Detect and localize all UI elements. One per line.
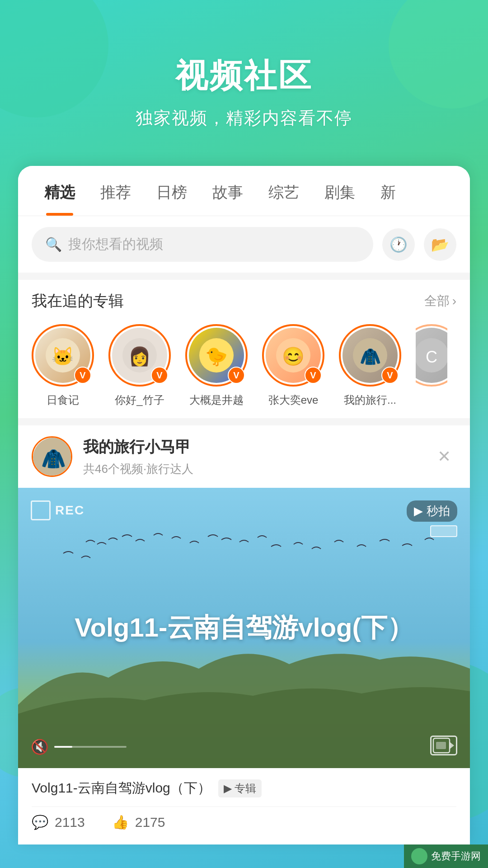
verified-badge-2: V [151,367,168,384]
avatar-ring-3: 🐤 V [185,324,248,387]
history-button[interactable]: 🕐 [382,228,415,261]
rec-border-icon [31,500,51,520]
avatar-name-4: 张大奕eve [268,393,319,407]
svg-text:C: C [426,348,437,366]
video-controls-right [430,736,457,755]
channel-meta: 共46个视频·旅行达人 [83,461,421,477]
tab-new[interactable]: 新 [368,166,408,216]
avatar-ring-4: 😊 V [262,324,324,387]
watermark-logo [411,848,427,864]
comment-icon: 💬 [32,814,48,830]
rec-indicator: REC [31,500,84,520]
svg-text:👩: 👩 [128,345,151,367]
svg-text:🧥: 🧥 [360,346,381,367]
channel-info: 我的旅行小马甲 共46个视频·旅行达人 [83,437,421,477]
avatar-row: 🐱 V 日食记 👩 V [32,324,456,407]
see-all-button[interactable]: 全部 › [424,292,456,310]
svg-text:😊: 😊 [282,345,305,367]
search-icon: 🔍 [45,236,62,252]
avatar-item-3[interactable]: 🐤 V 大概是井越 [185,324,248,407]
verified-badge-1: V [74,367,91,384]
tag-label: 专辑 [235,781,256,796]
channel-name: 我的旅行小马甲 [83,437,421,458]
video-meta-section: Volg11-云南自驾游vlog（下） ▶ 专辑 💬 2113 👍 2175 [18,768,470,844]
video-tag[interactable]: ▶ 专辑 [218,779,262,797]
avatar-item-5[interactable]: 🧥 V 我的旅行... [339,324,401,407]
page-title: 视频社区 [0,54,488,98]
progress-bar[interactable] [54,746,127,748]
play-icon: ▶ [414,504,423,518]
page-subtitle: 独家视频，精彩内容看不停 [0,107,488,130]
like-icon: 👍 [112,814,129,830]
video-top-right: ▶ 秒拍 [407,500,457,537]
video-title-main: Volg11-云南自驾游vlog（下） [32,779,211,797]
video-controls-left: 🔇 [31,738,127,755]
folder-icon: 📂 [431,236,449,253]
tab-series[interactable]: 剧集 [312,166,368,216]
svg-rect-17 [436,742,446,749]
avatar-img-6: C [416,328,447,383]
avatar-ring-6: C [416,324,447,387]
avatar-item-6[interactable]: C [416,324,447,407]
svg-marker-16 [450,742,454,749]
avatar-ring-2: 👩 V [108,324,171,387]
avatar-name-2: 你好_竹子 [115,393,164,407]
main-card: 精选 推荐 日榜 故事 综艺 剧集 新 🔍 搜你想看的视频 🕐 📂 我在追的专辑… [18,166,470,844]
video-stats: 💬 2113 👍 2175 [32,807,456,837]
tab-variety[interactable]: 综艺 [256,166,312,216]
section-header: 我在追的专辑 全部 › [32,291,456,311]
header-section: 视频社区 独家视频，精彩内容看不停 [0,0,488,130]
video-player[interactable]: REC ▶ 秒拍 Volg11-云南自驾游vlog(下） 🔇 [18,488,470,768]
watermark-text: 免费手游网 [431,849,481,863]
video-title-text: Volg11-云南自驾游vlog(下） [75,610,413,646]
like-count: 2175 [135,815,165,830]
verified-badge-5: V [381,367,399,384]
avatar-item-2[interactable]: 👩 V 你好_竹子 [108,324,171,407]
tab-featured[interactable]: 精选 [32,166,88,216]
section-title: 我在追的专辑 [32,291,124,311]
avatar-name-1: 日食记 [47,393,79,407]
search-placeholder-text: 搜你想看的视频 [68,235,163,254]
platform-badge: ▶ 秒拍 [407,500,457,522]
svg-text:🐱: 🐱 [52,345,74,367]
verified-badge-3: V [228,367,245,384]
avatar-item-4[interactable]: 😊 V 张大奕eve [262,324,324,407]
avatar-ring-1: 🐱 V [32,324,94,387]
video-title-overlay: Volg11-云南自驾游vlog(下） [75,610,413,646]
folder-button[interactable]: 📂 [424,228,456,261]
channel-avatar: 🧥 [32,436,72,477]
tab-story[interactable]: 故事 [200,166,256,216]
tab-daily[interactable]: 日榜 [144,166,200,216]
tab-recommended[interactable]: 推荐 [88,166,144,216]
video-info-card: 🧥 我的旅行小马甲 共46个视频·旅行达人 ✕ [18,425,470,488]
tag-play-icon: ▶ [224,782,232,795]
avatar-name-5: 我的旅行... [344,393,396,407]
progress-fill [54,746,72,748]
svg-text:🧥: 🧥 [41,447,66,471]
video-title-row: Volg11-云南自驾游vlog（下） ▶ 专辑 [32,779,456,797]
watermark: 免费手游网 [404,844,488,868]
avatar-ring-5: 🧥 V [339,324,401,387]
chevron-right-icon: › [452,294,456,308]
avatar-name-3: 大概是井越 [189,393,244,407]
avatar-item-1[interactable]: 🐱 V 日食记 [32,324,94,407]
comment-stat: 💬 2113 [32,814,85,830]
search-bar[interactable]: 🔍 搜你想看的视频 [32,227,373,262]
like-stat: 👍 2175 [112,814,165,830]
recorder-icon [430,736,457,755]
search-area: 🔍 搜你想看的视频 🕐 📂 [18,216,470,273]
comment-count: 2113 [55,815,85,830]
mute-icon[interactable]: 🔇 [31,738,49,755]
tab-bar: 精选 推荐 日榜 故事 综艺 剧集 新 [18,166,470,216]
badge-label: 秒拍 [427,503,450,519]
verified-badge-4: V [305,367,322,384]
battery-icon [430,525,457,537]
history-icon: 🕐 [389,236,408,253]
svg-text:🐤: 🐤 [205,345,228,367]
following-section: 我在追的专辑 全部 › 🐱 V 日食记 [18,280,470,418]
rec-label: REC [55,503,84,518]
close-button[interactable]: ✕ [432,444,456,469]
